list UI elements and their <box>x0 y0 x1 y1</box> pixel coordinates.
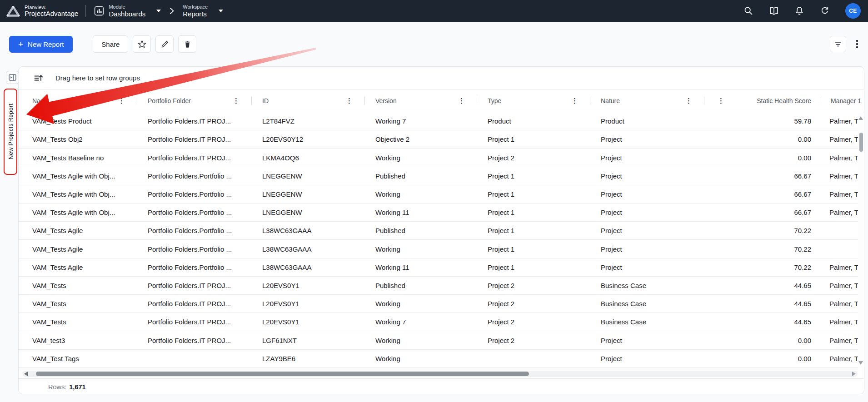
cell[interactable]: Portfolio Folders.IT PROJ... <box>137 149 251 166</box>
header-cell-id[interactable]: ID⋮ <box>251 89 364 112</box>
horizontal-scrollbar[interactable] <box>22 371 858 377</box>
cell[interactable]: VAM_Tests Agile with Obj... <box>19 167 137 185</box>
share-button[interactable]: Share <box>93 35 128 53</box>
notifications-bell-icon[interactable] <box>794 6 804 16</box>
delete-button[interactable] <box>178 35 196 53</box>
cell[interactable]: L38WC63GAAA <box>251 240 364 258</box>
cell[interactable]: 44.65 <box>704 277 820 294</box>
header-cell-portfolio-folder[interactable]: Portfolio Folder⋮ <box>137 89 251 112</box>
cell[interactable]: LGF61NXT <box>251 331 364 349</box>
cell[interactable]: L20EVS0Y1 <box>251 277 364 294</box>
table-row[interactable]: VAM_Tests Baseline noPortfolio Folders.I… <box>19 149 864 167</box>
table-row[interactable]: VAM_Test TagsLZAY9BE6WorkingProject0.00P… <box>19 350 864 368</box>
cell[interactable]: Project <box>590 240 704 258</box>
table-row[interactable]: VAM_TestsPortfolio Folders.IT PROJ...L20… <box>19 313 864 331</box>
cell[interactable]: L20EVS0Y1 <box>251 295 364 313</box>
cell[interactable]: Working <box>364 331 477 349</box>
header-cell-manager-1[interactable]: Manager 1 <box>820 89 864 112</box>
cell[interactable]: Working 11 <box>364 258 477 276</box>
cell[interactable]: 0.00 <box>704 149 820 166</box>
tab-new-projects-report[interactable]: New Projects Report <box>4 89 17 175</box>
cell[interactable]: 0.00 <box>704 350 820 367</box>
cell[interactable]: VAM_Tests <box>19 277 137 294</box>
cell[interactable]: LNEGGENW <box>251 167 364 185</box>
cell[interactable]: VAM_Tests Product <box>19 112 137 130</box>
cell[interactable]: Business Case <box>590 295 704 313</box>
table-row[interactable]: VAM_Tests Obj2Portfolio Folders.IT PROJ.… <box>19 130 864 149</box>
table-row[interactable]: VAM_Tests Agile with Obj...Portfolio Fol… <box>19 185 864 203</box>
chevron-down-icon[interactable] <box>156 10 161 12</box>
cell[interactable]: Portfolio Folders.IT PROJ... <box>137 331 251 349</box>
cell[interactable]: Working 7 <box>364 112 477 130</box>
scroll-right-arrow[interactable] <box>852 372 856 376</box>
cell[interactable]: 44.65 <box>704 295 820 313</box>
cell[interactable]: Working <box>364 185 477 203</box>
cell[interactable]: Project <box>590 258 704 276</box>
cell[interactable] <box>477 350 590 367</box>
table-row[interactable]: VAM_Tests Agile with Obj...Portfolio Fol… <box>19 167 864 185</box>
filter-button[interactable] <box>830 36 846 52</box>
cell[interactable]: Project 1 <box>477 240 590 258</box>
header-cell-static-health-score[interactable]: ⋮Static Health Score <box>704 89 820 112</box>
table-row[interactable]: VAM_Tests AgilePortfolio Folders.Portfol… <box>19 222 864 240</box>
cell[interactable]: VAM_Tests Agile with Obj... <box>19 203 137 221</box>
vertical-scrollbar[interactable] <box>858 113 864 368</box>
cell[interactable]: 66.67 <box>704 203 820 221</box>
cell[interactable]: Project 1 <box>477 258 590 276</box>
cell[interactable]: Palmer, T <box>820 185 864 203</box>
cell[interactable]: Project 2 <box>477 295 590 313</box>
cell[interactable]: Project 2 <box>477 149 590 166</box>
cell[interactable]: Palmer, T <box>820 203 864 221</box>
cell[interactable]: VAM_Tests <box>19 313 137 331</box>
cell[interactable]: Working <box>364 240 477 258</box>
cell[interactable]: Published <box>364 167 477 185</box>
cell[interactable]: Business Case <box>590 277 704 294</box>
cell[interactable]: 0.00 <box>704 130 820 148</box>
cell[interactable]: Palmer, T <box>820 331 864 349</box>
cell[interactable]: Portfolio Folders.Portfolio ... <box>137 258 251 276</box>
library-book-icon[interactable] <box>769 6 779 16</box>
cell[interactable]: VAM_Tests Baseline no <box>19 149 137 166</box>
column-menu-icon[interactable]: ⋮ <box>118 97 125 104</box>
header-cell-version[interactable]: Version⋮ <box>364 89 477 112</box>
cell[interactable]: Portfolio Folders.Portfolio ... <box>137 185 251 203</box>
cell[interactable]: Portfolio Folders.Portfolio ... <box>137 167 251 185</box>
cell[interactable]: Project 1 <box>477 203 590 221</box>
scroll-left-arrow[interactable] <box>24 372 28 376</box>
column-menu-icon[interactable]: ⋮ <box>685 97 692 104</box>
cell[interactable]: 59.78 <box>704 112 820 130</box>
cell[interactable] <box>820 222 864 239</box>
cell[interactable]: VAM_Test Tags <box>19 350 137 367</box>
cell[interactable]: Portfolio Folders.IT PROJ... <box>137 313 251 331</box>
cell[interactable]: VAM_test3 <box>19 331 137 349</box>
cell[interactable]: Portfolio Folders.IT PROJ... <box>137 295 251 313</box>
cell[interactable]: Product <box>590 112 704 130</box>
cell[interactable]: 70.22 <box>704 222 820 239</box>
cell[interactable]: Business Case <box>590 313 704 331</box>
module-switcher[interactable]: Module Dashboards <box>94 4 161 18</box>
cell[interactable]: L20EVS0Y12 <box>251 130 364 148</box>
cell[interactable]: Objective 2 <box>364 130 477 148</box>
header-cell-nature[interactable]: Nature⋮ <box>590 89 704 112</box>
cell[interactable]: Palmer, T <box>820 313 864 331</box>
cell[interactable]: Published <box>364 222 477 239</box>
cell[interactable]: L38WC63GAAA <box>251 258 364 276</box>
cell[interactable]: 70.22 <box>704 258 820 276</box>
column-menu-icon[interactable]: ⋮ <box>571 97 578 104</box>
cell[interactable]: Project 1 <box>477 167 590 185</box>
cell[interactable]: Portfolio Folders.Portfolio ... <box>137 222 251 239</box>
cell[interactable]: VAM_Tests Obj2 <box>19 130 137 148</box>
cell[interactable]: Working <box>364 149 477 166</box>
cell[interactable]: Project 1 <box>477 185 590 203</box>
cell[interactable]: L2T84FVZ <box>251 112 364 130</box>
column-menu-icon[interactable]: ⋮ <box>346 97 353 104</box>
row-groups-drop-zone[interactable]: Drag here to set row groups <box>19 67 864 89</box>
cell[interactable]: Working <box>364 295 477 313</box>
cell[interactable]: Portfolio Folders.Portfolio ... <box>137 203 251 221</box>
user-avatar[interactable]: CE <box>845 3 861 19</box>
cell[interactable]: Working 11 <box>364 203 477 221</box>
table-row[interactable]: VAM_TestsPortfolio Folders.IT PROJ...L20… <box>19 277 864 295</box>
cell[interactable]: Project 2 <box>477 313 590 331</box>
cell[interactable]: Palmer, T <box>820 258 864 276</box>
table-row[interactable]: VAM_test3Portfolio Folders.IT PROJ...LGF… <box>19 331 864 349</box>
